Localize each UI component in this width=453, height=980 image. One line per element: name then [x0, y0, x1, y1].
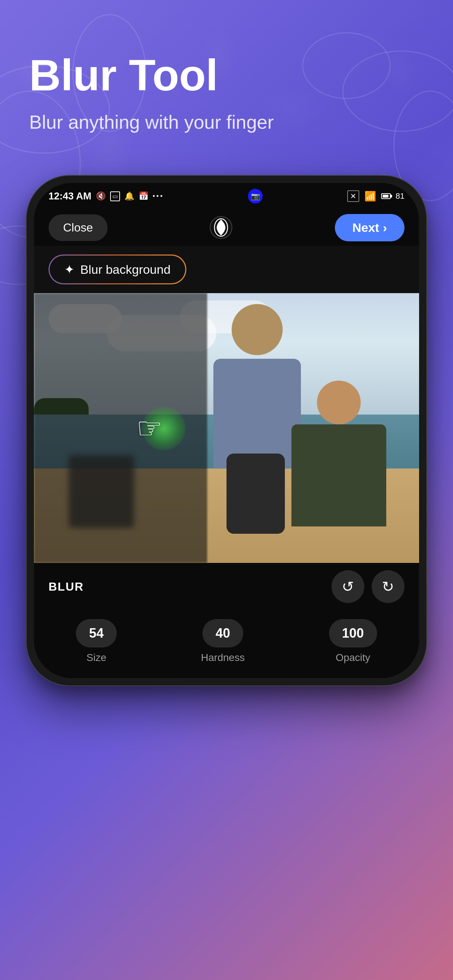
- top-action-bar: Close Next ›: [34, 209, 419, 246]
- status-left: 12:43 AM 🔇 ▭ 🔔 📅 •••: [48, 191, 164, 202]
- phone-mockup: 12:43 AM 🔇 ▭ 🔔 📅 ••• 📷 ✕ 📶: [26, 175, 427, 686]
- next-button[interactable]: Next ›: [335, 214, 405, 241]
- size-label: Size: [86, 652, 106, 663]
- opacity-value: 100: [329, 619, 377, 648]
- redo-icon: ↻: [382, 578, 394, 595]
- page-subtitle: Blur anything with your finger: [29, 110, 424, 135]
- person-front: [288, 380, 390, 527]
- tool-selection-bar: ✦ Blur background: [34, 246, 419, 293]
- battery-icon: [381, 193, 391, 199]
- person-front-head: [317, 380, 361, 425]
- sparkle-icon: ✦: [64, 262, 74, 277]
- blur-background-button[interactable]: ✦ Blur background: [48, 255, 187, 285]
- screen-icon: ▭: [110, 191, 120, 201]
- redo-button[interactable]: ↻: [372, 570, 405, 603]
- sliders-section: 54 Size 40 Hardness 100 Opacity: [34, 610, 419, 678]
- dots-icon: •••: [153, 192, 164, 200]
- size-value: 54: [76, 619, 117, 648]
- phone-screen: 12:43 AM 🔇 ▭ 🔔 📅 ••• 📷 ✕ 📶: [34, 183, 419, 678]
- next-chevron-icon: ›: [383, 221, 387, 235]
- size-slider[interactable]: 54 Size: [76, 619, 117, 663]
- page-title: Blur Tool: [29, 51, 424, 99]
- status-bar: 12:43 AM 🔇 ▭ 🔔 📅 ••• 📷 ✕ 📶: [34, 183, 419, 209]
- active-tool-label: BLUR: [48, 580, 84, 593]
- bell-icon: 🔔: [124, 191, 134, 201]
- photo-scene: ☞: [34, 293, 419, 563]
- person-back-head: [231, 304, 283, 355]
- phone-outer-shell: 12:43 AM 🔇 ▭ 🔔 📅 ••• 📷 ✕ 📶: [26, 175, 427, 686]
- status-time: 12:43 AM: [48, 191, 91, 202]
- calendar-icon: 📅: [139, 191, 148, 201]
- finger-cursor-icon: ☞: [136, 411, 163, 445]
- camera-dot: 📷: [248, 189, 263, 204]
- status-right: ✕ 📶 81: [347, 190, 405, 202]
- wifi-icon: 📶: [364, 191, 376, 202]
- undo-icon: ↺: [342, 578, 354, 595]
- hardness-value: 40: [203, 619, 243, 648]
- opacity-slider[interactable]: 100 Opacity: [329, 619, 377, 663]
- header-section: Blur Tool Blur anything with your finger: [0, 0, 453, 135]
- photo-editing-area[interactable]: ☞: [34, 293, 419, 563]
- bottom-tool-bar: BLUR ↺ ↻: [34, 563, 419, 610]
- person-front-body: [292, 425, 386, 527]
- x-icon: ✕: [347, 190, 359, 202]
- app-logo: [209, 216, 233, 239]
- battery-percent: 81: [396, 191, 405, 201]
- hardness-label: Hardness: [201, 652, 245, 663]
- undo-button[interactable]: ↺: [332, 570, 364, 603]
- close-button[interactable]: Close: [48, 215, 108, 241]
- page-content: Blur Tool Blur anything with your finger…: [0, 0, 453, 980]
- backpack: [226, 453, 285, 534]
- opacity-label: Opacity: [335, 652, 370, 663]
- tool-actions: ↺ ↻: [332, 570, 405, 603]
- hardness-slider[interactable]: 40 Hardness: [201, 619, 245, 663]
- mute-icon: 🔇: [96, 191, 106, 201]
